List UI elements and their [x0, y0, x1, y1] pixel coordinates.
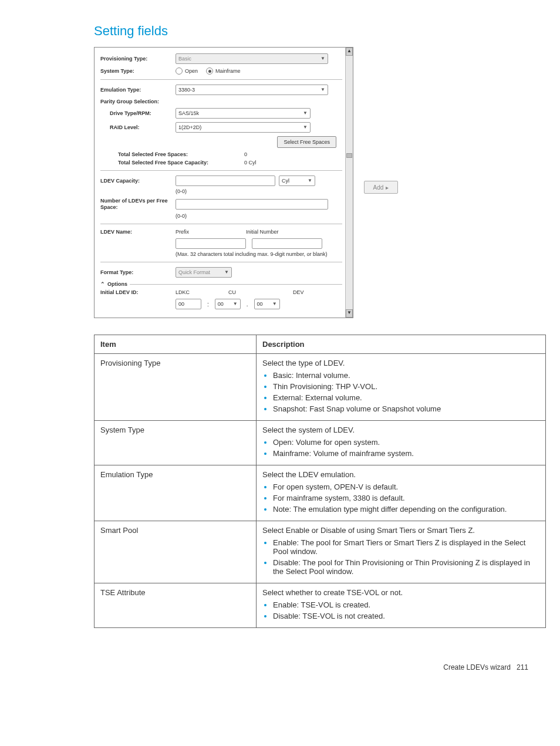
- drive-type-select[interactable]: SAS/15k ▼: [176, 108, 311, 119]
- provisioning-type-select[interactable]: Basic ▼: [176, 53, 328, 64]
- ldev-capacity-label: LDEV Capacity:: [100, 178, 176, 184]
- chevron-down-icon: ▼: [303, 123, 308, 132]
- provisioning-type-label: Provisioning Type:: [100, 56, 176, 62]
- system-type-mainframe-radio[interactable]: Mainframe: [206, 67, 241, 75]
- ldev-capacity-unit: Cyl: [282, 176, 289, 185]
- table-desc-cell: Select Enable or Disable of using Smart …: [257, 521, 546, 583]
- dev-select[interactable]: 00▼: [254, 299, 280, 309]
- scroll-down-arrow-icon[interactable]: ▼: [346, 309, 353, 318]
- table-desc-cell: Select whether to create TSE-VOL or not.…: [257, 583, 546, 628]
- total-capacity-label: Total Selected Free Space Capacity:: [100, 160, 244, 166]
- total-capacity-value: 0 Cyl: [244, 160, 257, 166]
- cu-select[interactable]: 00▼: [215, 299, 241, 309]
- col-desc-header: Description: [257, 335, 546, 354]
- ldev-capacity-input[interactable]: [176, 175, 275, 186]
- format-type-value: Quick Format: [178, 268, 210, 277]
- mainframe-label: Mainframe: [215, 68, 241, 74]
- dev-value: 00: [257, 299, 263, 309]
- description-table: Item Description Provisioning TypeSelect…: [94, 335, 546, 628]
- initial-number-header: Initial Number: [246, 229, 279, 235]
- col-item-header: Item: [95, 335, 257, 354]
- table-item-cell: TSE Attribute: [95, 583, 257, 628]
- table-item-cell: Provisioning Type: [95, 354, 257, 421]
- emulation-type-label: Emulation Type:: [100, 87, 176, 93]
- system-type-label: System Type:: [100, 68, 176, 74]
- options-label: Options: [107, 281, 127, 287]
- emulation-type-value: 3380-3: [178, 85, 195, 94]
- num-ldevs-range: (0-0): [176, 213, 342, 219]
- ldev-name-label: LDEV Name:: [100, 229, 176, 235]
- ldev-name-initial-input[interactable]: [252, 238, 322, 249]
- emulation-type-select[interactable]: 3380-3 ▼: [176, 85, 328, 95]
- cu-value: 00: [218, 299, 224, 309]
- table-item-cell: Smart Pool: [95, 521, 257, 583]
- chevron-down-icon: ▼: [224, 268, 229, 277]
- chevron-up-icon: ⌃: [100, 281, 105, 287]
- scroll-up-arrow-icon[interactable]: ▲: [346, 48, 353, 56]
- page-footer: Create LDEVs wizard 211: [18, 663, 542, 671]
- options-toggle[interactable]: ⌃ Options: [100, 281, 342, 287]
- prefix-header: Prefix: [176, 229, 246, 235]
- table-desc-cell: Select the LDEV emulation.For open syste…: [257, 465, 546, 521]
- add-arrow-icon: ▸: [386, 184, 389, 191]
- parity-group-label: Parity Group Selection:: [100, 99, 176, 104]
- select-free-spaces-button[interactable]: Select Free Spaces: [277, 136, 336, 148]
- num-ldevs-input[interactable]: [176, 199, 328, 210]
- dev-header: DEV: [293, 289, 304, 295]
- chevron-down-icon: ▼: [321, 54, 325, 63]
- drive-type-value: SAS/15k: [178, 109, 199, 118]
- add-button[interactable]: Add ▸: [364, 181, 398, 194]
- vertical-scrollbar[interactable]: ▲ ▼: [345, 48, 353, 318]
- table-desc-cell: Select the type of LDEV.Basic: Internal …: [257, 354, 546, 421]
- section-heading: Setting fields: [94, 23, 542, 39]
- chevron-down-icon: ▼: [321, 85, 325, 94]
- raid-level-value: 1(2D+2D): [178, 123, 201, 132]
- chevron-down-icon: ▼: [308, 176, 312, 185]
- ldkc-header: LDKC: [176, 289, 228, 295]
- footer-text: Create LDEVs wizard: [443, 663, 511, 671]
- raid-level-label: RAID Level:: [100, 124, 176, 130]
- initial-ldev-id-label: Initial LDEV ID:: [100, 289, 176, 295]
- total-spaces-value: 0: [244, 151, 247, 157]
- chevron-down-icon: ▼: [233, 299, 238, 309]
- chevron-down-icon: ▼: [272, 299, 277, 309]
- scroll-handle[interactable]: [346, 153, 352, 158]
- system-type-open-radio[interactable]: Open: [176, 67, 198, 75]
- cu-header: CU: [228, 289, 293, 295]
- raid-level-select[interactable]: 1(2D+2D) ▼: [176, 122, 311, 133]
- add-button-label: Add: [373, 184, 384, 191]
- ldev-name-note: (Max. 32 characters total including max.…: [176, 251, 328, 257]
- drive-type-label: Drive Type/RPM:: [100, 110, 176, 116]
- footer-page: 211: [517, 663, 528, 671]
- table-item-cell: Emulation Type: [95, 465, 257, 521]
- chevron-down-icon: ▼: [303, 109, 308, 118]
- num-ldevs-label: Number of LDEVs per Free Space:: [100, 198, 176, 211]
- ldkc-input[interactable]: 00: [176, 299, 201, 309]
- open-label: Open: [185, 68, 198, 74]
- settings-form-panel: ▲ ▼ Provisioning Type: Basic ▼ System Ty…: [94, 47, 353, 318]
- ldev-name-prefix-input[interactable]: [176, 238, 246, 249]
- total-spaces-label: Total Selected Free Spaces:: [100, 151, 244, 157]
- table-desc-cell: Select the system of LDEV.Open: Volume f…: [257, 421, 546, 465]
- format-type-select[interactable]: Quick Format ▼: [176, 267, 232, 278]
- provisioning-type-value: Basic: [178, 54, 191, 63]
- ldev-capacity-unit-select[interactable]: Cyl ▼: [279, 175, 315, 186]
- ldev-capacity-range: (0-0): [176, 188, 342, 194]
- table-item-cell: System Type: [95, 421, 257, 465]
- format-type-label: Format Type:: [100, 269, 176, 275]
